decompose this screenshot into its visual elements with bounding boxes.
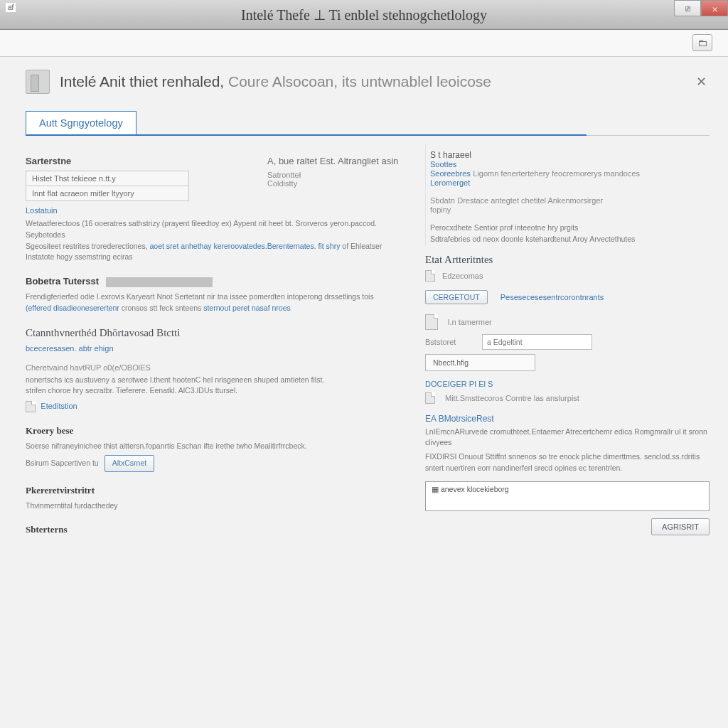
tab-primary[interactable]: Autt Sgngyotelogy	[26, 111, 136, 136]
status-banner: Intelé Anit thiet renhaled, Coure Alsoco…	[26, 57, 710, 101]
side-link-seoreebres[interactable]: Seoreebres	[430, 169, 471, 178]
section-heading-bobetra: Bobetra Tutersst	[26, 276, 410, 287]
altxcsrnet-button[interactable]: AltxCsrnet	[105, 455, 154, 472]
folder-icon: 🗀	[697, 37, 707, 48]
toolbar: 🗀	[0, 30, 728, 57]
sub-label-cheret: Cheretvaind havtRUP o0(e/OBOlES	[26, 363, 410, 372]
link-bceceres[interactable]: bceceresasen. abtr ehign	[26, 344, 114, 353]
main-left-column: Sarterstne Histet Thst tekieoe n.tt.y In…	[26, 144, 410, 540]
input-edgeltint[interactable]	[482, 334, 592, 350]
window-title: Intelé Thefe ⊥ Ti enblel stehnogchetlolo…	[241, 6, 487, 23]
agrisrit-button[interactable]: AGRISRIT	[651, 518, 710, 535]
status-text: Intelé Anit thiet renhaled, Coure Alsoco…	[60, 73, 491, 91]
minimize-button[interactable]: ⎚	[674, 0, 701, 16]
label-mitt: Mitt.Smsttecoros Corntre las anslurpist	[445, 394, 579, 402]
document-icon-2	[425, 270, 435, 282]
section-heading-sbterterns: Sbterterns	[26, 524, 410, 535]
link-pesese[interactable]: Pesesecesesentrcorontnrants	[500, 293, 604, 301]
label-bststoret: Bststoret	[425, 338, 475, 346]
cergetout-button[interactable]: CERGETOUT	[425, 290, 488, 304]
link-lostatuin[interactable]: Lostatuin	[26, 206, 58, 215]
tab-strip: Autt Sgngyotelogy	[26, 111, 710, 136]
side-label-sbdatn: Sbdatn	[430, 196, 455, 205]
link-inline-3[interactable]: sternout peret nasaf nroes	[203, 304, 291, 312]
side-paragraph: Perocxdhete Sentior prof inteeotne hry p…	[430, 223, 710, 245]
textarea-anevex[interactable]: ▦ anevex klocekieborg	[425, 481, 710, 511]
heading-doceiger: DOCEIGER PI El S	[425, 380, 710, 388]
section-heading-status: Sarterstne	[26, 156, 210, 166]
paragraph-r2: FIXDIRSI Onuout Sttiffnt snnenos so tre …	[425, 451, 710, 474]
paragraph-2: Frendigferierfed odie I.exrovis Karyeart…	[26, 291, 410, 314]
shield-icon	[26, 70, 50, 94]
subheading-abue: A, bue raltet Est. Altrangliet asin	[267, 156, 398, 166]
document-icon-3	[425, 392, 435, 404]
section-heading-pkere: Pkereretvirstritrt	[26, 485, 410, 496]
section-heading-kroery: Kroery bese	[26, 425, 410, 437]
heading-eabmot: EA BMotrsiceRest	[425, 414, 710, 424]
heading-etat-attributes: Etat Artteritntes	[425, 254, 710, 266]
device-icon	[425, 314, 438, 330]
label-edzecomas: Edzecomas	[442, 272, 483, 280]
status-box-2[interactable]: Innt flat acraeon mitler ltyyory	[26, 186, 189, 201]
paragraph-4: Soerse nifraneyinichee thist aittersn.fo…	[26, 441, 410, 452]
link-inline-1[interactable]: aoet sret anhethay kereroovatedes.Berent…	[150, 242, 341, 250]
close-window-button[interactable]: ⨉	[701, 0, 728, 16]
side-link-leromerget[interactable]: Leromerget	[430, 178, 710, 187]
side-link-soottes[interactable]: Soottes	[430, 160, 710, 168]
paragraph-5: Thvinmerntital furdacthedey	[26, 500, 410, 512]
paragraph-1: Wetaatferectoos (16 ooeratres sathstrizy…	[26, 218, 410, 263]
settings-button[interactable]: 🗀	[692, 34, 712, 51]
titlebar-corner-badge: af	[6, 3, 16, 12]
edit-link[interactable]: Eteditstion	[41, 402, 77, 410]
document-icon	[26, 401, 36, 412]
paragraph-3: nonertschs ics austuveny a serotwee l.th…	[26, 375, 410, 397]
window-controls: ⎚ ⨉	[674, 0, 728, 16]
main-right-column: S t haraeel Soottes Seoreebres Ligomn fe…	[425, 144, 710, 540]
side-heading-stharaeel: S t haraeel	[430, 150, 710, 160]
status-box-1[interactable]: Histet Thst tekieoe n.tt.y	[26, 171, 189, 186]
side-label-fopiny: fopiny	[430, 205, 710, 214]
section-heading-ctann: Ctannthvnerthéd Dhörtavosad Btctti	[26, 327, 410, 339]
label-satronttel: Satrontteł	[267, 171, 398, 179]
link-inline-2[interactable]: (effered disadieoneserertenr	[26, 304, 119, 312]
tab-underline	[26, 134, 587, 136]
label-coldistty: Coldistty	[267, 179, 398, 188]
row-altxcsrnet: Bsirum Sapcertiven tu AltxCsrnet	[26, 455, 410, 472]
sidebar-upper: S t haraeel Soottes Seoreebres Ligomn fe…	[425, 144, 710, 245]
placeholder-bar	[106, 277, 213, 287]
dismiss-banner-button[interactable]: ✕	[696, 74, 707, 90]
paragraph-r1: LnIEmcnARurvede cromuthteet.Entaemer Atr…	[425, 427, 710, 449]
readonly-nbectt: Nbectt.hfig	[425, 354, 535, 371]
label-lntamermer: l.n tamermer	[448, 318, 492, 326]
window-titlebar: af Intelé Thefe ⊥ Ti enblel stehnogchetl…	[0, 0, 728, 30]
